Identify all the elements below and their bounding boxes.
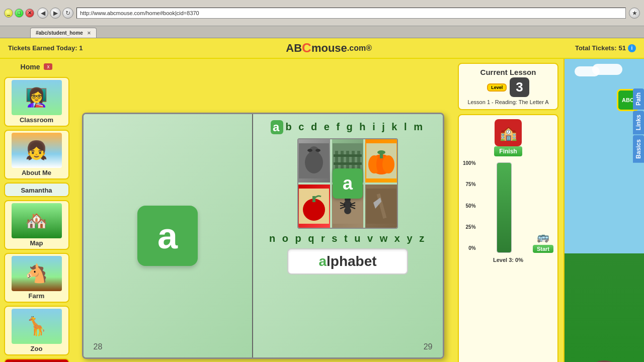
links-tab[interactable]: Links xyxy=(633,111,644,134)
school-icon: 🏫 xyxy=(495,119,522,146)
grid-center-letter: a xyxy=(333,168,363,199)
grid-cell-pumpkin xyxy=(365,139,397,183)
aboutme-avatar: 👧 xyxy=(12,133,62,168)
level-info-text: Level 3: 0% xyxy=(493,257,523,263)
browser-window-controls[interactable]: _ □ ✕ xyxy=(4,9,34,18)
book-right-page: a b c d e f g h i j k l m xyxy=(253,114,443,357)
minimize-btn[interactable]: _ xyxy=(4,9,13,18)
map-avatar: 🏘️ xyxy=(12,203,62,238)
book-area: a 28 a b c d e f g h i j k l m xyxy=(73,59,453,362)
sidebar-item-zoo[interactable]: 🦒 Zoo xyxy=(4,306,69,355)
sidebar-item-samantha[interactable]: Samantha xyxy=(4,183,69,197)
zoo-label: Zoo xyxy=(31,345,43,352)
maximize-btn[interactable]: □ xyxy=(15,9,24,18)
side-tabs: Path Links Basics xyxy=(633,88,644,163)
book: a 28 a b c d e f g h i j k l m xyxy=(82,113,444,359)
home-label: Home xyxy=(21,63,40,71)
alphabet-top-row: a b c d e f g h i j k l m xyxy=(271,120,425,134)
right-panel: Current Lesson Level 3 Lesson 1 - Readin… xyxy=(453,59,564,362)
word-box: alphabet xyxy=(287,248,408,275)
progress-fill xyxy=(497,163,511,252)
sidebar-item-map[interactable]: 🏘️ Map xyxy=(4,200,69,250)
aboutme-label: About Me xyxy=(22,169,51,176)
progress-panel: 🏫 Finish 100% 75% 50% 25% 0% xyxy=(458,114,558,362)
page-num-left: 28 xyxy=(94,342,103,351)
browser-chrome: _ □ ✕ ◀ ▶ ↻ http://www.abcmouse.com/home… xyxy=(0,0,644,26)
site-logo: ABCmouse.com® xyxy=(286,40,372,56)
total-tickets: Total Tickets: 51 i xyxy=(575,44,636,52)
page-num-right: 29 xyxy=(424,342,433,351)
sidebar-item-aboutme[interactable]: 👧 About Me xyxy=(4,130,69,179)
svg-rect-12 xyxy=(334,162,362,165)
classroom-avatar: 👩‍🏫 xyxy=(12,80,62,115)
character-illustration: 👧 xyxy=(584,359,624,362)
book-left-page: a 28 xyxy=(84,114,253,357)
progress-bar xyxy=(497,162,512,253)
image-grid: a xyxy=(297,138,398,229)
level-number: 3 xyxy=(510,77,529,97)
refresh-btn[interactable]: ↻ xyxy=(62,8,73,19)
lesson-description: Lesson 1 - Reading: The Letter A xyxy=(463,99,553,105)
svg-line-28 xyxy=(340,205,345,206)
bus-icon: 🚌 xyxy=(537,231,549,243)
app-container: Tickets Earned Today: 1 ABCmouse.com® To… xyxy=(0,38,644,362)
grid-cell-apple xyxy=(298,185,330,228)
tab-bar: #abc/student_home ✕ xyxy=(0,26,644,38)
close-btn[interactable]: ✕ xyxy=(25,9,34,18)
top-bar: Tickets Earned Today: 1 ABCmouse.com® To… xyxy=(0,38,644,59)
zoo-avatar: 🦒 xyxy=(12,309,62,344)
sidebar: Home x 👩‍🏫 Classroom 👧 About Me Samantha xyxy=(0,59,73,362)
path-tab[interactable]: Path xyxy=(633,88,644,110)
forward-nav-btn[interactable]: ▶ xyxy=(50,8,61,19)
svg-point-4 xyxy=(315,149,320,152)
progress-display: 100% 75% 50% 25% 0% 🚌 Start xyxy=(463,160,553,255)
svg-point-26 xyxy=(344,207,351,214)
back-nav-btn[interactable]: ◀ xyxy=(37,8,48,19)
sidebar-item-farm[interactable]: 🐴 Farm xyxy=(4,253,69,303)
classroom-label: Classroom xyxy=(20,116,53,124)
cloud-2 xyxy=(592,64,622,75)
finish-btn[interactable]: Finish xyxy=(494,146,522,156)
svg-point-3 xyxy=(307,149,312,152)
current-lesson-title: Current Lesson xyxy=(463,68,553,76)
svg-rect-11 xyxy=(334,154,362,157)
farm-label: Farm xyxy=(29,292,45,300)
svg-point-17 xyxy=(382,155,394,173)
alphabet-bottom-row: n o p q r s t u v w x y z xyxy=(269,233,426,244)
grid-cell-bird xyxy=(298,139,330,183)
illustration-panel: ABC 👧 xyxy=(564,59,644,362)
svg-point-19 xyxy=(377,150,385,154)
progress-bottom: 🚌 Start xyxy=(533,231,553,253)
grid-cell-axe xyxy=(365,185,397,228)
favorites-btn[interactable]: ★ xyxy=(629,8,640,19)
home-close-btn[interactable]: x xyxy=(44,63,52,70)
letter-card: a xyxy=(137,206,198,266)
tab-close-btn[interactable]: ✕ xyxy=(87,31,91,36)
basics-tab[interactable]: Basics xyxy=(633,135,644,163)
current-lesson-box: Current Lesson Level 3 Lesson 1 - Readin… xyxy=(458,63,558,110)
progress-labels: 100% 75% 50% 25% 0% xyxy=(463,160,476,251)
address-bar[interactable]: http://www.abcmouse.com/home#book|cid=83… xyxy=(76,8,626,19)
start-btn[interactable]: Start xyxy=(533,245,553,253)
svg-line-31 xyxy=(350,205,355,206)
active-tab[interactable]: #abc/student_home ✕ xyxy=(30,28,97,38)
tickets-earned: Tickets Earned Today: 1 xyxy=(8,44,83,52)
map-label: Map xyxy=(30,239,43,247)
sidebar-item-basics[interactable]: 🔤 Basics xyxy=(4,358,69,362)
farm-avatar: 🐴 xyxy=(12,256,62,291)
sidebar-item-classroom[interactable]: 👩‍🏫 Classroom xyxy=(4,77,69,127)
tickets-info-icon[interactable]: i xyxy=(628,44,636,52)
samantha-label: Samantha xyxy=(21,187,52,194)
level-badge: Level xyxy=(487,83,507,92)
main-content: Home x 👩‍🏫 Classroom 👧 About Me Samantha xyxy=(0,59,644,362)
